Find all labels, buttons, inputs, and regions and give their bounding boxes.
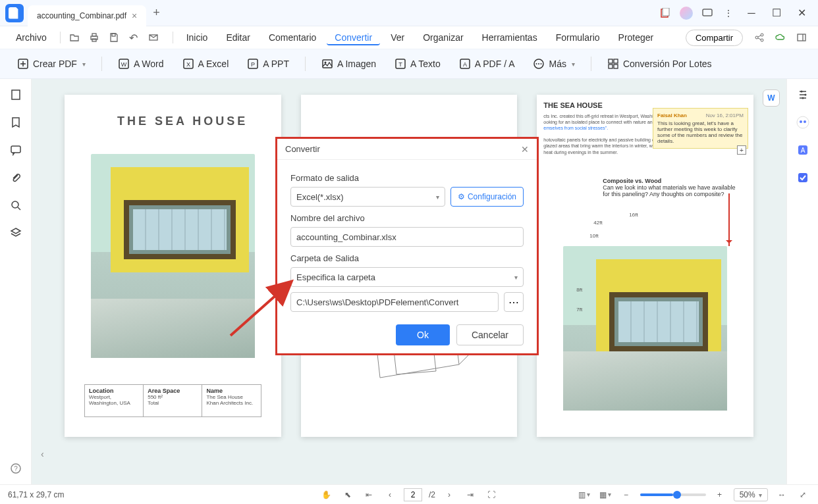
svg-rect-2 [703, 9, 712, 16]
svg-text:A: A [463, 61, 467, 68]
cancel-button[interactable]: Cancelar [456, 324, 524, 345]
zoom-value[interactable]: 50% ▾ [734, 488, 768, 501]
zoom-in-icon[interactable]: + [713, 488, 727, 502]
svg-point-29 [541, 63, 542, 64]
menu-editar[interactable]: Editar [218, 30, 258, 45]
mail-icon[interactable] [145, 29, 162, 46]
attachments-icon[interactable] [8, 170, 24, 186]
svg-point-44 [804, 120, 806, 123]
folder-path-input[interactable] [290, 292, 499, 312]
comments-icon[interactable] [8, 142, 24, 158]
to-excel-button[interactable]: XA Excel [176, 54, 236, 74]
sticky-note[interactable]: Faisal Khan Nov 16, 2:01PM This is looki… [653, 108, 748, 149]
menu-formulario[interactable]: Formulario [548, 30, 608, 45]
separator [60, 32, 61, 43]
folder-select[interactable]: Especifica la carpeta ▾ [290, 267, 524, 287]
word-icon: W [118, 58, 130, 70]
ai-assistant-icon[interactable] [795, 114, 811, 130]
batch-icon [607, 58, 619, 70]
comment-icon[interactable] [699, 5, 715, 21]
more-button[interactable]: Más▾ [526, 54, 581, 74]
batch-convert-button[interactable]: Conversión Por Lotes [601, 54, 719, 74]
notification-icon[interactable] [657, 5, 673, 21]
layout-icon[interactable]: ▦▾ [598, 488, 613, 502]
user-avatar[interactable] [678, 5, 694, 21]
titlebar: accounting_Combinar.pdf × + ⋮ ─ ☐ ✕ [0, 0, 818, 26]
select-tool-icon[interactable]: ⬉ [341, 488, 355, 502]
config-button[interactable]: ⚙ Configuración [450, 187, 524, 207]
panel-icon[interactable] [793, 29, 810, 46]
search-icon[interactable] [8, 197, 24, 213]
fullscreen-icon[interactable]: ⤢ [796, 488, 810, 502]
close-tab-icon[interactable]: × [132, 11, 137, 21]
page-total: /2 [429, 490, 435, 499]
to-pdfa-button[interactable]: AA PDF / A [452, 54, 522, 74]
print-icon[interactable] [86, 29, 103, 46]
statusbar: 61,71 x 29,7 cm ✋ ⬉ ⇤ ‹ /2 › ⇥ ⛶ ▥▾ ▦▾ −… [0, 484, 818, 504]
menubar: Archivo ↶ Inicio Editar Comentario Conve… [0, 26, 818, 49]
settings-icon[interactable] [795, 87, 811, 103]
note-plus-icon[interactable]: + [737, 145, 746, 155]
right-sidebar: A [786, 79, 818, 484]
format-select[interactable]: Excel(*.xlsx) ▾ [290, 187, 445, 207]
hand-tool-icon[interactable]: ✋ [319, 488, 334, 502]
page-number-input[interactable] [404, 488, 422, 501]
undo-icon[interactable]: ↶ [125, 29, 142, 46]
svg-rect-4 [92, 34, 96, 36]
share-button[interactable]: Compartir [686, 30, 743, 46]
dialog-close-button[interactable]: ✕ [521, 144, 529, 155]
close-window-button[interactable]: ✕ [792, 3, 811, 23]
menu-herramientas[interactable]: Herramientas [474, 30, 545, 45]
last-page-icon[interactable]: ⇥ [463, 488, 477, 502]
format-label: Formato de salida [290, 173, 524, 183]
cloud-icon[interactable] [772, 29, 789, 46]
check-icon[interactable] [795, 170, 811, 186]
scroll-left-button[interactable]: ‹ [41, 449, 44, 459]
house-illustration [91, 154, 255, 358]
dimensions-label: 61,71 x 29,7 cm [8, 490, 64, 499]
zoom-slider[interactable] [640, 493, 706, 496]
layers-icon[interactable] [8, 225, 24, 241]
ok-button[interactable]: Ok [396, 324, 450, 345]
svg-point-36 [12, 201, 18, 208]
document-tab[interactable]: accounting_Combinar.pdf × [28, 5, 146, 26]
save-icon[interactable] [105, 29, 123, 46]
open-icon[interactable] [66, 29, 83, 46]
minimize-button[interactable]: ─ [742, 3, 761, 23]
menu-proteger[interactable]: Proteger [611, 30, 662, 45]
filename-input[interactable] [290, 227, 524, 247]
to-ppt-button[interactable]: PA PPT [240, 54, 296, 74]
app-logo [5, 4, 24, 22]
ppt-icon: P [247, 58, 259, 70]
menu-convertir[interactable]: Convertir [327, 30, 380, 45]
file-menu[interactable]: Archivo [8, 30, 55, 45]
to-image-button[interactable]: A Imagen [315, 54, 383, 74]
create-pdf-button[interactable]: Crear PDF▾ [11, 54, 92, 74]
fit-icon[interactable]: ⛶ [484, 488, 499, 502]
new-tab-button[interactable]: + [146, 6, 167, 20]
menu-comentario[interactable]: Comentario [261, 30, 324, 45]
next-page-icon[interactable]: › [442, 488, 456, 502]
menu-organizar[interactable]: Organizar [415, 30, 471, 45]
zoom-out-icon[interactable]: − [619, 488, 634, 502]
prev-page-icon[interactable]: ‹ [383, 488, 397, 502]
view-mode-icon[interactable]: ▥▾ [577, 488, 591, 502]
help-icon[interactable]: ? [8, 461, 24, 476]
bookmarks-icon[interactable] [8, 114, 24, 130]
browse-button[interactable]: ⋯ [504, 292, 524, 312]
to-word-button[interactable]: WA Word [111, 54, 171, 74]
svg-text:A: A [800, 147, 805, 154]
maximize-button[interactable]: ☐ [767, 3, 786, 23]
fit-width-icon[interactable]: ↔ [775, 488, 789, 502]
pdfa-icon: A [459, 58, 471, 70]
menu-ver[interactable]: Ver [383, 30, 412, 45]
share-icon[interactable] [751, 29, 768, 46]
tab-title: accounting_Combinar.pdf [37, 11, 126, 20]
menu-inicio[interactable]: Inicio [178, 30, 216, 45]
word-export-badge[interactable]: W [763, 89, 780, 107]
thumbnails-icon[interactable] [8, 87, 24, 103]
more-menu-icon[interactable]: ⋮ [721, 5, 736, 21]
translate-icon[interactable]: A [795, 142, 811, 158]
to-text-button[interactable]: TA Texto [388, 54, 447, 74]
first-page-icon[interactable]: ⇤ [362, 488, 376, 502]
